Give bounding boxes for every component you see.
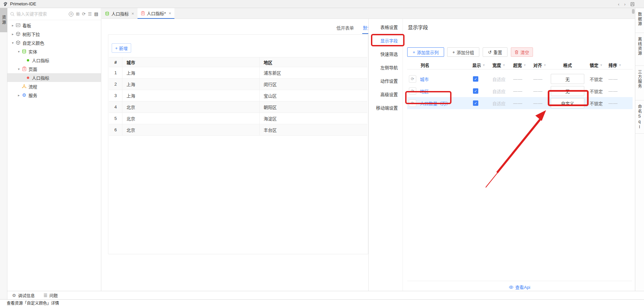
debug-icon: ⚙: [12, 293, 16, 298]
tree-item-tree-dropdown[interactable]: ▸ 树形下拉: [7, 30, 101, 38]
plus-icon: +: [115, 46, 118, 51]
resource-tree: ▸ 看板 ▸ 树形下拉 ▾ 自定义颜色 ▾ 实体 人口指标: [7, 20, 101, 99]
menu-item-advanced-settings[interactable]: 高级设置: [369, 88, 402, 101]
tab-label: 人口指标*: [147, 10, 166, 16]
chevron-right-icon[interactable]: ▸: [16, 93, 21, 97]
table-row[interactable]: 5 北京 海淀区: [109, 113, 367, 124]
field-name-link[interactable]: 人口数量（万）: [420, 100, 450, 106]
header-show[interactable]: 显示▼: [470, 62, 490, 68]
tab-population-page[interactable]: 人口指标* ×: [138, 8, 175, 19]
table-row[interactable]: 1 上海 浦东新区: [109, 67, 367, 79]
add-new-button[interactable]: + 新增: [112, 43, 131, 53]
tree-item-kanban[interactable]: ▸ 看板: [7, 21, 101, 30]
close-icon[interactable]: ×: [131, 11, 134, 16]
field-row-population: ⟳ 人口数量（万） 自适应 —— —— 自定义 不锁定 ——: [407, 97, 633, 109]
header-width[interactable]: 宽度▼: [490, 62, 511, 68]
reset-button[interactable]: ↺ 重置: [483, 47, 507, 57]
field-name-link[interactable]: 城市: [420, 76, 429, 82]
red-dot-icon: [27, 77, 29, 79]
show-checkbox[interactable]: [473, 88, 478, 94]
menu-item-left-nav[interactable]: 左侧导航: [369, 61, 402, 75]
tree-item-page[interactable]: ▾ 页面: [7, 64, 101, 73]
strip-tab-third-party[interactable]: 三方服务: [635, 66, 644, 100]
field-table-header: 列名 显示▼ 宽度▼ 超宽▼ 对齐▼ 格式 锁定▼ 排序▼: [407, 61, 633, 70]
tree-item-label: 看板: [22, 22, 31, 29]
col-header-district: 地区: [260, 57, 367, 67]
field-name-link[interactable]: 地区: [420, 88, 429, 94]
left-activity-strip: 资源: [0, 8, 7, 299]
menu-item-table-settings[interactable]: 表格设置: [369, 21, 402, 34]
plus-icon: +: [452, 50, 455, 55]
scrollbar-thumb[interactable]: [632, 9, 635, 14]
collapse-all-icon[interactable]: ☰: [88, 12, 92, 16]
cube-icon: [15, 40, 21, 45]
format-select[interactable]: 无: [551, 86, 584, 96]
table-row[interactable]: 6 北京 丰台区: [109, 124, 367, 136]
debug-bar: ⚙ 调试信息 ☰ 问题: [7, 291, 644, 299]
chevron-down-icon[interactable]: ▾: [16, 67, 21, 71]
tree-item-label: 人口指标: [32, 75, 49, 81]
chevron-right-icon[interactable]: ▸: [10, 32, 15, 36]
debug-info-item[interactable]: ⚙ 调试信息: [12, 292, 35, 299]
tree-item-population-page[interactable]: 人口指标: [7, 73, 101, 82]
ai-assist-icon[interactable]: [69, 12, 73, 16]
resources-strip-tab[interactable]: 资源: [0, 8, 7, 32]
chevron-down-icon[interactable]: ▾: [16, 50, 21, 53]
tree-item-flow[interactable]: 流程: [7, 82, 101, 91]
right-activity-strip: 数据源 离线资源 三方服务 命名Sql: [635, 8, 644, 291]
tree-item-custom-color[interactable]: ▾ 自定义颜色: [7, 38, 101, 47]
header-align[interactable]: 对齐▼: [531, 62, 549, 68]
refresh-icon[interactable]: ⟳: [82, 12, 86, 16]
header-format: 格式: [549, 62, 586, 68]
status-bar: 查看资源「自定义颜色」详情: [0, 299, 644, 306]
caret-down-icon: ▼: [502, 63, 505, 67]
tab-population-entity[interactable]: 人口指标 ×: [102, 8, 138, 19]
menu-item-action-settings[interactable]: 动作设置: [369, 75, 402, 88]
format-select-custom[interactable]: 自定义: [551, 98, 584, 108]
format-select[interactable]: 无: [551, 74, 584, 84]
show-checkbox[interactable]: [473, 76, 478, 82]
clear-button[interactable]: 清空: [511, 47, 533, 57]
header-sort[interactable]: 排序▼: [606, 62, 629, 68]
header-overwide[interactable]: 超宽▼: [511, 62, 531, 68]
strip-tab-named-sql[interactable]: 命名Sql: [635, 100, 644, 134]
view-tab-lowcode-form[interactable]: 低开表单: [336, 23, 354, 34]
strip-tab-datasource[interactable]: 数据源: [635, 8, 644, 33]
status-text: 查看资源「自定义颜色」详情: [7, 300, 59, 306]
table-row[interactable]: 4 北京 朝阳区: [109, 101, 367, 113]
tree-item-population-entity[interactable]: 人口指标: [7, 56, 101, 64]
field-row-district: ⟳ 地区 自适应 —— —— 无 不锁定 ——: [407, 85, 633, 97]
locate-file-icon[interactable]: ▤: [94, 12, 98, 16]
menu-item-quick-filter[interactable]: 快速筛选: [369, 48, 402, 61]
sync-field-icon[interactable]: ⟳: [409, 99, 416, 107]
search-input[interactable]: [16, 11, 69, 16]
add-group-button[interactable]: + 添加分组: [447, 47, 479, 57]
page-icon: [21, 67, 27, 71]
problems-item[interactable]: ☰ 问题: [44, 292, 58, 299]
table-row[interactable]: 2 上海 闵行区: [109, 79, 367, 90]
add-display-column-button[interactable]: + 添加显示列: [407, 47, 444, 57]
sync-field-icon[interactable]: ⟳: [409, 87, 416, 95]
save-icon[interactable]: [630, 2, 635, 6]
menu-item-display-fields[interactable]: 显示字段: [369, 34, 402, 48]
menu-item-mobile-settings[interactable]: 移动端设置: [369, 101, 402, 115]
tree-item-service[interactable]: ▸ ⚙ 服务: [7, 91, 101, 99]
view-api-link[interactable]: 查看Api: [515, 284, 530, 290]
chevron-right-icon[interactable]: ▸: [10, 24, 15, 27]
database-icon: [21, 49, 27, 54]
gear-icon: ⚙: [21, 93, 27, 97]
header-lock[interactable]: 锁定▼: [586, 62, 606, 68]
strip-tab-offline-resources[interactable]: 离线资源: [635, 33, 644, 66]
sync-field-icon[interactable]: ⟳: [409, 75, 416, 83]
chevron-down-icon[interactable]: ▾: [10, 41, 15, 45]
field-table: 列名 显示▼ 宽度▼ 超宽▼ 对齐▼ 格式 锁定▼ 排序▼ ⟳ 城市 自适应 —…: [407, 61, 633, 109]
show-checkbox[interactable]: [473, 100, 478, 106]
tree-item-entity[interactable]: ▾ 实体: [7, 47, 101, 56]
col-header-city: 城市: [122, 57, 260, 67]
tree-item-label: 树形下拉: [22, 31, 40, 37]
add-resource-icon[interactable]: ⊞: [76, 12, 79, 16]
nav-back-icon[interactable]: ‹: [618, 2, 619, 7]
table-row[interactable]: 3 上海 宝山区: [109, 90, 367, 101]
close-icon[interactable]: ×: [169, 11, 171, 16]
nav-forward-icon[interactable]: ›: [624, 2, 626, 7]
